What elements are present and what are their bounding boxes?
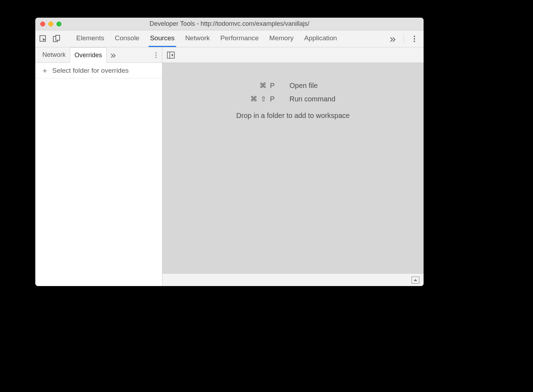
sidebar-tabs-overflow-icon[interactable] [107, 47, 120, 63]
main-tab-strip: Elements Console Sources Network Perform… [35, 30, 424, 47]
main-tabs-left [38, 34, 68, 44]
console-drawer-toggle-icon[interactable] [412, 277, 419, 284]
editor-toolbar [162, 47, 424, 63]
tab-network[interactable]: Network [184, 30, 211, 47]
device-toggle-icon[interactable] [52, 34, 61, 44]
editor-placeholder: ⌘ P Open file ⌘ ⇧ P Run command Drop in … [162, 63, 424, 273]
tab-application[interactable]: Application [303, 30, 339, 47]
svg-point-6 [155, 52, 157, 53]
shortcut-desc: Open file [289, 82, 367, 90]
sidebar-tab-network[interactable]: Network [38, 47, 70, 63]
shortcut-keys: ⌘ P [219, 81, 289, 90]
sidebar-tab-overrides[interactable]: Overrides [70, 47, 107, 63]
tab-memory[interactable]: Memory [268, 30, 295, 47]
editor-footer [162, 273, 424, 286]
close-button[interactable] [40, 22, 45, 26]
shortcut-keys: ⌘ ⇧ P [219, 95, 289, 103]
tab-sources[interactable]: Sources [149, 30, 176, 47]
shortcut-desc: Run command [289, 95, 367, 103]
svg-point-5 [414, 41, 415, 42]
sidebar-tab-strip: Network Overrides [35, 47, 162, 63]
window-title: Developer Tools - http://todomvc.com/exa… [35, 20, 424, 28]
drop-folder-hint: Drop in a folder to add to workspace [236, 112, 349, 120]
tab-console[interactable]: Console [113, 30, 141, 47]
traffic-lights [35, 22, 61, 26]
minimize-button[interactable] [48, 22, 53, 26]
select-folder-label: Select folder for overrides [52, 67, 129, 75]
svg-point-3 [414, 36, 415, 37]
settings-kebab-icon[interactable] [409, 34, 419, 44]
tab-performance[interactable]: Performance [219, 30, 260, 47]
devtools-window: Developer Tools - http://todomvc.com/exa… [35, 18, 424, 286]
shortcut-open-file: ⌘ P Open file [219, 81, 367, 90]
navigator-sidebar: Network Overrides ＋ Select folder for ov… [35, 47, 162, 286]
svg-point-8 [155, 57, 157, 58]
plus-icon: ＋ [41, 67, 49, 75]
svg-point-4 [414, 38, 415, 40]
sidebar-kebab-icon[interactable] [150, 47, 162, 63]
select-folder-for-overrides-button[interactable]: ＋ Select folder for overrides [35, 63, 162, 78]
titlebar: Developer Tools - http://todomvc.com/exa… [35, 18, 424, 30]
tabs-overflow-icon[interactable] [388, 34, 398, 44]
tab-elements[interactable]: Elements [75, 30, 106, 47]
zoom-button[interactable] [56, 22, 61, 26]
editor-area: ⌘ P Open file ⌘ ⇧ P Run command Drop in … [162, 47, 424, 286]
svg-rect-2 [56, 35, 60, 40]
divider [403, 35, 404, 43]
inspect-element-icon[interactable] [38, 34, 48, 44]
hide-navigator-icon[interactable] [166, 50, 176, 60]
panel-body: Network Overrides ＋ Select folder for ov… [35, 47, 424, 286]
shortcut-run-command: ⌘ ⇧ P Run command [219, 95, 367, 103]
main-tabs-right [388, 34, 421, 44]
svg-rect-9 [167, 52, 174, 58]
main-tab-list: Elements Console Sources Network Perform… [75, 30, 339, 47]
svg-point-7 [155, 54, 157, 56]
